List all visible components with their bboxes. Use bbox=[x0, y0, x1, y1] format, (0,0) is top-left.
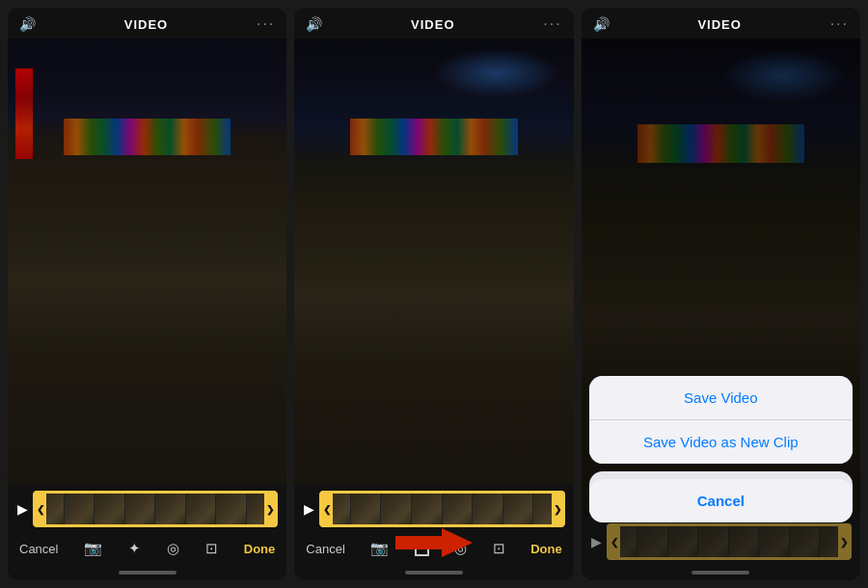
home-indicator-1 bbox=[119, 571, 176, 575]
filmstrip-2[interactable] bbox=[320, 492, 563, 526]
action-cancel-sheet: Cancel bbox=[589, 471, 853, 522]
more-icon-2[interactable]: ··· bbox=[543, 15, 561, 33]
crop-icon-2[interactable]: ⊡ bbox=[493, 540, 505, 557]
filter-icon-1[interactable]: ◎ bbox=[167, 540, 179, 557]
home-bar-2 bbox=[294, 567, 573, 580]
volume-icon[interactable]: 🔊 bbox=[19, 16, 36, 32]
panel-2-header: 🔊 VIDEO ··· bbox=[294, 8, 573, 39]
more-icon[interactable]: ··· bbox=[257, 15, 275, 33]
brightness-icon-1[interactable]: ✦ bbox=[128, 540, 141, 557]
panel-2-video bbox=[294, 39, 573, 484]
blue-lights bbox=[434, 48, 559, 98]
filmstrip-wrapper-1: ❮ ❯ bbox=[34, 492, 277, 526]
save-video-new-clip-button[interactable]: Save Video as New Clip bbox=[589, 420, 853, 464]
home-indicator-2 bbox=[405, 571, 463, 575]
save-video-button[interactable]: Save Video bbox=[589, 376, 853, 420]
more-icon-3[interactable]: ··· bbox=[830, 15, 849, 33]
camera-icon-2[interactable]: 📷 bbox=[370, 540, 389, 557]
panel-2: 🔊 VIDEO ··· ▶ ❮ bbox=[294, 8, 573, 580]
volume-icon-2[interactable]: 🔊 bbox=[306, 16, 322, 32]
panel-1-title: VIDEO bbox=[124, 17, 168, 32]
panel-1-filmstrip-area: ▶ ❮ ❯ bbox=[8, 484, 286, 534]
red-sign-1 bbox=[15, 68, 33, 159]
play-button-3[interactable]: ▶ bbox=[591, 534, 602, 549]
blue-lights-3 bbox=[720, 49, 846, 103]
panel-3-header: 🔊 VIDEO ··· bbox=[582, 8, 860, 39]
home-indicator-3 bbox=[692, 571, 749, 575]
panel-2-title: VIDEO bbox=[411, 17, 454, 32]
cancel-action-button[interactable]: Cancel bbox=[589, 479, 853, 522]
svg-marker-0 bbox=[395, 528, 473, 557]
action-sheet-overlay: Save Video Save Video as New Clip Cancel bbox=[589, 376, 853, 522]
lights-overlay-3 bbox=[582, 39, 860, 254]
action-sheet: Save Video Save Video as New Clip bbox=[589, 376, 853, 464]
play-button[interactable]: ▶ bbox=[17, 501, 28, 517]
filmstrip-wrapper-2: ❮ ❯ bbox=[320, 492, 563, 526]
colored-lights-3 bbox=[637, 124, 805, 163]
cancel-button-1[interactable]: Cancel bbox=[19, 542, 58, 556]
red-arrow-annotation bbox=[395, 528, 473, 561]
colored-lights-2 bbox=[350, 119, 518, 154]
filmstrip-wrapper-3: ❮ ❯ bbox=[608, 524, 851, 559]
lights-overlay-1 bbox=[8, 39, 286, 239]
panel-1: 🔊 VIDEO ··· ▶ ❮ bbox=[8, 8, 286, 580]
crop-icon-1[interactable]: ⊡ bbox=[205, 540, 218, 557]
done-button-2[interactable]: Done bbox=[530, 542, 562, 556]
lights-overlay-2 bbox=[294, 39, 573, 239]
play-button-2[interactable]: ▶ bbox=[304, 501, 314, 517]
camera-icon-1[interactable]: 📷 bbox=[84, 540, 102, 557]
panel-1-toolbar: Cancel 📷 ✦ ◎ ⊡ Done bbox=[8, 534, 286, 567]
home-bar-1 bbox=[8, 567, 286, 580]
done-button-1[interactable]: Done bbox=[244, 542, 276, 556]
home-bar-3 bbox=[582, 567, 860, 580]
panel-3: 🔊 VIDEO ··· ▶ ❮ bbox=[582, 8, 860, 580]
volume-icon-3[interactable]: 🔊 bbox=[593, 16, 610, 32]
panel-3-filmstrip-area: ▶ ❮ ❯ bbox=[582, 517, 860, 567]
panel-1-header: 🔊 VIDEO ··· bbox=[8, 8, 286, 39]
panel-3-title: VIDEO bbox=[697, 17, 741, 32]
filmstrip-1[interactable] bbox=[34, 492, 277, 526]
filmstrip-3[interactable] bbox=[608, 524, 851, 559]
cancel-button-2[interactable]: Cancel bbox=[306, 542, 344, 556]
panel-2-filmstrip-area: ▶ ❮ ❯ bbox=[294, 484, 573, 534]
panel-1-video bbox=[8, 39, 286, 484]
colored-lights-1 bbox=[64, 119, 231, 154]
